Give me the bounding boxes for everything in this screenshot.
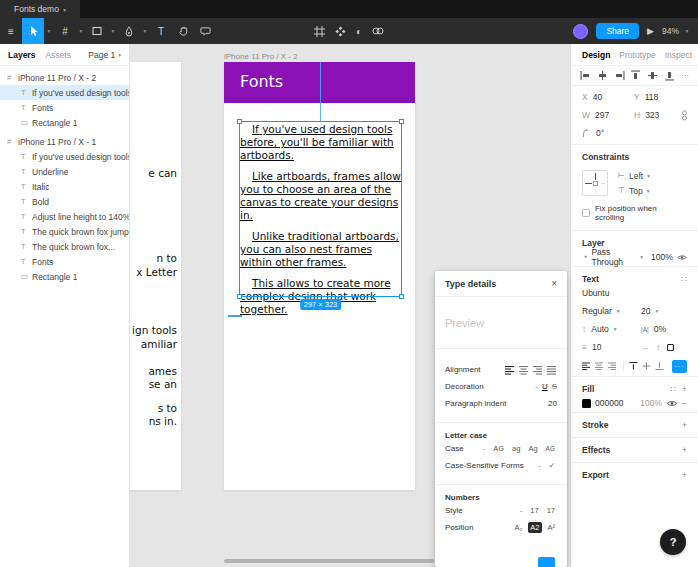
decoration-underline-button[interactable]: U bbox=[542, 382, 548, 391]
text-align-right-icon[interactable] bbox=[608, 361, 617, 371]
add-effect-icon[interactable]: + bbox=[682, 445, 687, 455]
file-tab[interactable]: Fonts demo ▾ bbox=[0, 0, 80, 18]
tab-assets[interactable]: Assets bbox=[45, 50, 71, 60]
shape-tool-button[interactable] bbox=[86, 18, 108, 44]
align-top-icon[interactable] bbox=[630, 70, 641, 81]
hand-tool-button[interactable] bbox=[172, 18, 194, 44]
text-styles-icon[interactable]: ∷ bbox=[682, 274, 687, 284]
text-align-left-icon[interactable] bbox=[582, 361, 591, 371]
case-lowercase-button[interactable]: ag bbox=[510, 443, 522, 454]
layer-row-text[interactable]: TItalic bbox=[0, 179, 129, 194]
frame-title-text[interactable]: Fonts bbox=[240, 72, 283, 91]
pen-tool-button[interactable] bbox=[118, 18, 140, 44]
layer-row-rect[interactable]: ▭Rectangle 1 bbox=[0, 115, 129, 130]
tab-prototype[interactable]: Prototype bbox=[619, 50, 655, 60]
selected-text-layer[interactable]: If you've used design tools before, you'… bbox=[240, 123, 401, 324]
layer-opacity-field[interactable]: 100% bbox=[651, 252, 673, 262]
line-height-field[interactable]: ↕Auto▾ bbox=[582, 324, 637, 334]
align-left-icon[interactable] bbox=[580, 70, 591, 81]
layer-row-text-selected[interactable]: TIf you've used design tools be... bbox=[0, 85, 129, 100]
fill-styles-icon[interactable]: ∷ bbox=[671, 384, 676, 394]
align-h-center-icon[interactable] bbox=[597, 70, 608, 81]
text-align-left-icon[interactable] bbox=[505, 365, 515, 375]
layer-row-frame[interactable]: #iPhone 11 Pro / X - 1 bbox=[0, 134, 129, 149]
text-fragment[interactable]: x Letter bbox=[136, 266, 177, 278]
tab-design[interactable]: Design bbox=[582, 50, 610, 60]
subscript-button[interactable]: A₂ bbox=[512, 522, 524, 533]
default-position-button[interactable]: A2 bbox=[528, 522, 541, 533]
rotation-field[interactable]: 0° bbox=[582, 128, 634, 138]
blend-mode-select[interactable]: Pass Through bbox=[591, 247, 636, 267]
present-button[interactable]: ▶ bbox=[647, 26, 654, 36]
layer-row-text[interactable]: TFonts bbox=[0, 254, 129, 269]
avatar[interactable] bbox=[573, 24, 588, 39]
pen-tool-chevron[interactable]: ▾ bbox=[140, 28, 150, 34]
fill-hex-value[interactable]: 000000 bbox=[595, 398, 623, 408]
frame-iphone-x-2[interactable]: Fonts If you've used design tools before… bbox=[224, 62, 415, 490]
type-details-button[interactable]: ··· bbox=[672, 360, 687, 373]
csf-check-button[interactable]: ✓ bbox=[547, 460, 557, 471]
layer-row-rect[interactable]: ▭Rectangle 1 bbox=[0, 269, 129, 284]
oldstyle-figures-button[interactable]: 17 bbox=[545, 505, 557, 516]
tab-inspect[interactable]: Inspect bbox=[665, 50, 692, 60]
text-align-center-icon[interactable] bbox=[595, 361, 604, 371]
visibility-eye-icon[interactable] bbox=[677, 253, 687, 262]
number-style-default-button[interactable]: - bbox=[518, 506, 525, 515]
align-bottom-icon[interactable] bbox=[664, 70, 675, 81]
tab-layers[interactable]: Layers bbox=[8, 50, 35, 60]
move-tool-chevron[interactable]: ▾ bbox=[44, 28, 54, 34]
fill-color-swatch[interactable] bbox=[582, 399, 591, 408]
text-fragment[interactable]: ames bbox=[148, 365, 177, 377]
mask-icon[interactable]: ◐ bbox=[356, 26, 362, 37]
case-uppercase-button[interactable]: AG bbox=[491, 443, 506, 454]
text-fragment[interactable]: n to bbox=[156, 252, 177, 264]
align-v-center-icon[interactable] bbox=[647, 70, 658, 81]
vertical-constraint-select[interactable]: ⊤ Top ▾ bbox=[618, 186, 650, 196]
layer-row-text[interactable]: TAdjust line height to 140% an... bbox=[0, 209, 129, 224]
decoration-strikethrough-button[interactable]: S bbox=[552, 382, 557, 391]
width-field[interactable]: W297 bbox=[582, 110, 634, 120]
remove-fill-icon[interactable]: − bbox=[682, 398, 687, 408]
case-titlecase-button[interactable]: Ag bbox=[526, 443, 539, 454]
move-tool-button[interactable] bbox=[22, 18, 44, 44]
layer-row-text[interactable]: TFonts bbox=[0, 100, 129, 115]
fractions-active-chip[interactable] bbox=[538, 557, 555, 567]
case-smallcaps-button[interactable]: AG bbox=[544, 444, 557, 453]
help-button[interactable]: ? bbox=[660, 529, 686, 555]
horizontal-scrollbar[interactable] bbox=[224, 559, 434, 563]
layer-row-text[interactable]: TIf you've used design tools be... bbox=[0, 149, 129, 164]
height-field[interactable]: H323 bbox=[634, 110, 686, 120]
underline-sample[interactable] bbox=[228, 315, 242, 317]
csf-off-button[interactable]: - bbox=[536, 461, 543, 470]
text-fragment[interactable]: s to bbox=[158, 402, 177, 414]
superscript-button[interactable]: A² bbox=[546, 522, 558, 533]
close-icon[interactable]: × bbox=[551, 278, 557, 289]
fill-opacity-value[interactable]: 100% bbox=[640, 398, 662, 408]
auto-height-icon[interactable]: ↕ bbox=[656, 343, 660, 352]
decoration-none-button[interactable]: - bbox=[535, 382, 538, 391]
create-component-icon[interactable] bbox=[335, 26, 346, 37]
text-fragment[interactable]: e can bbox=[148, 167, 177, 179]
constrain-proportions-icon[interactable] bbox=[680, 110, 689, 121]
case-default-button[interactable]: - bbox=[481, 444, 488, 453]
auto-width-icon[interactable]: ↔ bbox=[641, 343, 649, 352]
fixed-size-icon[interactable] bbox=[667, 344, 674, 351]
text-fragment[interactable]: se an bbox=[149, 378, 177, 390]
vertical-align-bottom-icon[interactable] bbox=[655, 361, 664, 371]
paragraph-spacing-field[interactable]: ≡10 bbox=[582, 342, 637, 352]
main-menu-button[interactable]: ≡ bbox=[0, 18, 22, 44]
y-position-field[interactable]: Y118 bbox=[634, 92, 686, 102]
align-right-icon[interactable] bbox=[614, 70, 625, 81]
zoom-control[interactable]: 94% ▾ bbox=[662, 26, 692, 36]
text-align-justify-icon[interactable] bbox=[547, 365, 557, 375]
letter-spacing-field[interactable]: |A|0% bbox=[641, 324, 687, 334]
tidy-up-icon[interactable]: ··· bbox=[681, 71, 689, 80]
layer-row-text[interactable]: TBold bbox=[0, 194, 129, 209]
frame-tool-chevron[interactable]: ▾ bbox=[76, 28, 86, 34]
frame-label[interactable]: iPhone 11 Pro / X - 2 bbox=[224, 52, 298, 61]
vertical-align-top-icon[interactable] bbox=[629, 361, 638, 371]
text-fragment[interactable]: amiliar bbox=[141, 338, 177, 350]
frame-tool-button[interactable]: # bbox=[54, 18, 76, 44]
add-export-icon[interactable]: + bbox=[682, 470, 687, 480]
x-position-field[interactable]: X40 bbox=[582, 92, 634, 102]
